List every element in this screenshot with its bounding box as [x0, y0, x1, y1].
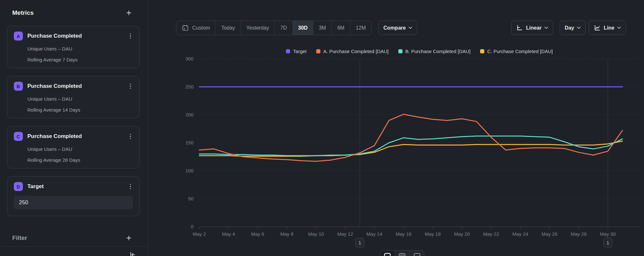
chart-type-button[interactable]: Line	[589, 21, 626, 35]
date-range-label: Custom	[192, 25, 210, 31]
legend-label: A. Purchase Completed [DAU]	[323, 49, 389, 54]
series-C. Purchase Completed [DAU]	[199, 141, 622, 156]
sidebar-divider	[0, 246, 148, 247]
date-range-30d[interactable]: 30D	[293, 21, 313, 35]
chart-type-label: Line	[604, 25, 614, 31]
card-view-button[interactable]	[410, 251, 424, 256]
date-range-today[interactable]: Today	[216, 21, 241, 35]
linear-axis-icon	[516, 24, 523, 31]
metric-options-button[interactable]	[128, 83, 133, 90]
collapse-sidebar-button[interactable]	[128, 251, 138, 256]
metric-options-button[interactable]	[128, 33, 133, 40]
target-value-input[interactable]: 250	[14, 196, 133, 209]
annotation-badge	[355, 238, 364, 247]
add-filter-button[interactable]	[125, 234, 133, 242]
legend-item-b[interactable]: B. Purchase Completed [DAU]	[398, 49, 471, 54]
metric-window[interactable]: Rolling Average 28 Days	[27, 157, 133, 163]
x-axis-tick-label: May 2	[193, 231, 206, 237]
x-axis-tick-label: May 10	[308, 231, 324, 237]
x-axis-tick-label: May 18	[425, 231, 440, 237]
compare-label: Compare	[384, 25, 406, 31]
date-range-3m[interactable]: 3M	[313, 21, 332, 35]
x-axis-tick-label: May 22	[483, 231, 499, 237]
chart-view-icon	[384, 253, 391, 256]
x-axis-tick-label: May 20	[454, 231, 470, 237]
date-range-label: Yesterday	[246, 25, 269, 31]
date-range-label: 3M	[319, 25, 326, 31]
date-range-yesterday[interactable]: Yesterday	[241, 21, 275, 35]
chevron-down-icon	[577, 27, 581, 29]
add-metric-button[interactable]	[125, 9, 133, 17]
date-range-label: 12M	[356, 25, 366, 31]
date-range-control: Custom Today Yesterday 7D 30D 3M 6M 12M	[176, 21, 372, 35]
metric-measure[interactable]: Unique Users – DAU	[27, 146, 133, 152]
chevron-down-icon	[545, 27, 548, 29]
table-view-icon	[399, 253, 406, 256]
date-range-label: 30D	[298, 25, 308, 31]
scale-label: Linear	[526, 25, 542, 31]
filter-heading: Filter	[12, 234, 27, 242]
annotation-badge	[603, 238, 612, 247]
date-range-6m[interactable]: 6M	[332, 21, 350, 35]
y-axis-tick-label: 250	[185, 84, 194, 89]
metric-options-button[interactable]	[128, 133, 133, 140]
x-axis-tick-label: May 26	[542, 231, 557, 237]
date-range-label: Today	[221, 25, 235, 31]
legend-item-a[interactable]: A. Purchase Completed [DAU]	[316, 49, 389, 54]
date-range-12m[interactable]: 12M	[350, 21, 371, 35]
legend-item-c[interactable]: C. Purchase Completed [DAU]	[480, 49, 553, 54]
y-axis-tick-label: 200	[185, 112, 194, 117]
x-axis-tick-label: May 14	[366, 231, 382, 237]
metric-window[interactable]: Rolling Average 14 Days	[27, 107, 133, 113]
x-axis-tick-label: May 6	[251, 231, 264, 237]
line-chart-icon	[594, 24, 601, 31]
granularity-button[interactable]: Day	[560, 21, 586, 35]
legend-item-target[interactable]: Target	[286, 49, 307, 54]
annotation-badge-count: 1	[358, 240, 361, 245]
metric-title: Purchase Completed	[27, 133, 128, 140]
x-axis-tick-label: May 28	[571, 231, 586, 237]
series-A. Purchase Completed [DAU]	[199, 114, 622, 161]
target-card[interactable]: D Target 250	[7, 176, 140, 216]
line-chart[interactable]: 050100150200250300May 2May 4May 6May 8Ma…	[148, 0, 644, 256]
legend-swatch	[480, 49, 484, 53]
legend-swatch	[286, 49, 290, 53]
chart-view-button[interactable]	[380, 251, 395, 256]
metric-card-c[interactable]: C Purchase Completed Unique Users – DAU …	[7, 126, 140, 169]
metric-window[interactable]: Rolling Average 7 Days	[27, 57, 133, 62]
metric-measure[interactable]: Unique Users – DAU	[27, 46, 133, 51]
metrics-report-screen: Metrics A Purchase Completed Unique User…	[0, 0, 644, 256]
metric-measure[interactable]: Unique Users – DAU	[27, 96, 133, 102]
target-title: Target	[27, 183, 128, 190]
chart-toolbar: Custom Today Yesterday 7D 30D 3M 6M 12M …	[176, 21, 626, 35]
series-B. Purchase Completed [DAU]	[199, 136, 622, 156]
y-axis-tick-label: 50	[188, 196, 194, 201]
legend-label: B. Purchase Completed [DAU]	[405, 49, 471, 54]
scale-button[interactable]: Linear	[511, 21, 553, 35]
legend-label: Target	[293, 49, 307, 54]
metrics-section-header: Metrics	[12, 8, 133, 18]
date-range-7d[interactable]: 7D	[275, 21, 292, 35]
annotation-badge-count: 1	[607, 240, 609, 245]
y-axis-tick-label: 100	[185, 168, 194, 173]
date-range-custom[interactable]: Custom	[176, 21, 216, 35]
date-range-label: 6M	[337, 25, 344, 31]
compare-button[interactable]: Compare	[378, 21, 417, 35]
metric-options-button[interactable]	[128, 183, 133, 190]
metric-card-a[interactable]: A Purchase Completed Unique Users – DAU …	[7, 26, 140, 68]
x-axis-tick-label: May 16	[396, 231, 412, 237]
calendar-icon	[182, 24, 189, 31]
metric-card-b[interactable]: B Purchase Completed Unique Users – DAU …	[7, 76, 140, 118]
metric-title: Purchase Completed	[27, 83, 128, 89]
metric-badge: A	[14, 32, 23, 41]
x-axis-tick-label: May 24	[512, 231, 528, 237]
plus-icon	[126, 10, 132, 16]
legend-swatch	[398, 49, 402, 53]
table-view-button[interactable]	[395, 251, 410, 256]
legend-label: C. Purchase Completed [DAU]	[487, 49, 553, 54]
y-axis-tick-label: 150	[185, 140, 194, 145]
x-axis-tick-label: May 8	[280, 231, 293, 237]
metric-badge: C	[14, 132, 23, 141]
granularity-label: Day	[565, 25, 574, 31]
metric-badge: D	[14, 182, 23, 191]
